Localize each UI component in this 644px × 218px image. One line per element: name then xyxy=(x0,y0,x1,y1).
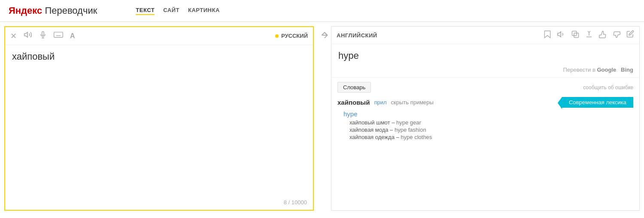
source-language-label: РУССКИЙ xyxy=(281,33,308,39)
swap-languages[interactable] xyxy=(318,22,331,215)
svg-marker-12 xyxy=(544,31,550,38)
report-error[interactable]: сообщить об ошибке xyxy=(583,85,633,91)
mic-icon[interactable] xyxy=(39,30,47,41)
header: Яндекс Переводчик ТЕКСТ САЙТ КАРТИНКА xyxy=(0,0,644,22)
bing-link[interactable]: Bing xyxy=(621,67,633,73)
dict-word: хайповый xyxy=(337,99,370,106)
dict-entry-header: хайповый прил скрыть примеры Современная… xyxy=(337,97,633,108)
translate-links: Перевести в Google Bing xyxy=(331,65,639,77)
thumbs-up-icon[interactable] xyxy=(599,30,607,40)
dict-example-1-ru: хайповый шмот xyxy=(349,119,390,126)
dict-example-1-en: hype gear xyxy=(396,119,421,126)
dict-example-dash-3: – xyxy=(396,134,401,140)
source-textarea[interactable]: хайповый xyxy=(5,45,313,197)
source-panel: ✕ A РУССКИЙ хайповый 8 / 10000 xyxy=(4,26,314,211)
svg-marker-13 xyxy=(558,32,561,37)
dict-example-3-ru: хайповая одежда xyxy=(349,134,395,140)
svg-marker-0 xyxy=(24,32,27,37)
dict-hide-examples[interactable]: скрыть примеры xyxy=(391,99,434,106)
header-nav: ТЕКСТ САЙТ КАРТИНКА xyxy=(136,7,219,15)
dict-example-2: хайповая мода – hype fashion xyxy=(349,127,633,133)
dictionary-section: Словарь сообщить об ошибке хайповый прил… xyxy=(331,77,639,148)
svg-rect-1 xyxy=(42,32,44,36)
nav-item-text[interactable]: ТЕКСТ xyxy=(136,7,155,15)
logo[interactable]: Яндекс Переводчик xyxy=(9,5,97,16)
edit-icon[interactable] xyxy=(626,30,634,40)
dict-examples: хайповый шмот – hype gear хайповая мода … xyxy=(349,119,633,140)
lang-dot xyxy=(275,34,279,38)
dict-translation[interactable]: hype xyxy=(343,110,633,118)
dictionary-header: Словарь сообщить об ошибке xyxy=(337,82,633,93)
copy-icon[interactable] xyxy=(571,30,579,40)
logo-yandex: Яндекс xyxy=(9,5,42,16)
target-language-label: АНГЛИЙСКИЙ xyxy=(337,32,377,39)
font-size-icon[interactable]: A xyxy=(70,32,75,40)
dict-example-2-en: hype fashion xyxy=(395,127,426,133)
share-icon[interactable] xyxy=(585,30,593,40)
svg-rect-4 xyxy=(54,32,63,37)
nav-item-site[interactable]: САЙТ xyxy=(163,7,179,15)
target-toolbar: АНГЛИЙСКИЙ xyxy=(331,27,639,44)
dict-example-2-ru: хайповая мода xyxy=(349,127,388,133)
google-link[interactable]: Google xyxy=(597,67,616,73)
dict-category: Современная лексика xyxy=(562,97,633,108)
dict-example-dash-1: – xyxy=(392,119,396,126)
dict-example-1: хайповый шмот – hype gear xyxy=(349,119,633,126)
keyboard-icon[interactable] xyxy=(54,31,63,40)
dict-pos: прил xyxy=(374,99,386,106)
nav-item-image[interactable]: КАРТИНКА xyxy=(188,7,220,15)
dict-example-3: хайповая одежда – hype clothes xyxy=(349,134,633,140)
thumbs-down-icon[interactable] xyxy=(613,30,620,40)
clear-icon[interactable]: ✕ xyxy=(10,31,17,41)
bookmark-icon[interactable] xyxy=(544,30,551,40)
main-content: ✕ A РУССКИЙ хайповый 8 / 10000 АНГЛИЙСКИ… xyxy=(0,22,644,215)
dictionary-entry: хайповый прил скрыть примеры Современная… xyxy=(337,97,633,140)
dict-example-3-en: hype clothes xyxy=(401,134,432,140)
translate-in-label: Перевести в xyxy=(563,67,595,73)
source-toolbar: ✕ A РУССКИЙ xyxy=(5,27,313,45)
target-toolbar-icons xyxy=(544,30,634,40)
tts-icon[interactable] xyxy=(557,30,565,40)
char-count: 8 / 10000 xyxy=(5,197,313,210)
translation-result: hype xyxy=(331,44,639,65)
dict-example-dash-2: – xyxy=(390,127,395,133)
sound-icon[interactable] xyxy=(24,30,32,41)
source-language: РУССКИЙ xyxy=(275,33,308,39)
dictionary-badge: Словарь xyxy=(337,82,371,93)
logo-translator: Переводчик xyxy=(42,5,97,16)
target-panel: АНГЛИЙСКИЙ xyxy=(331,26,640,211)
